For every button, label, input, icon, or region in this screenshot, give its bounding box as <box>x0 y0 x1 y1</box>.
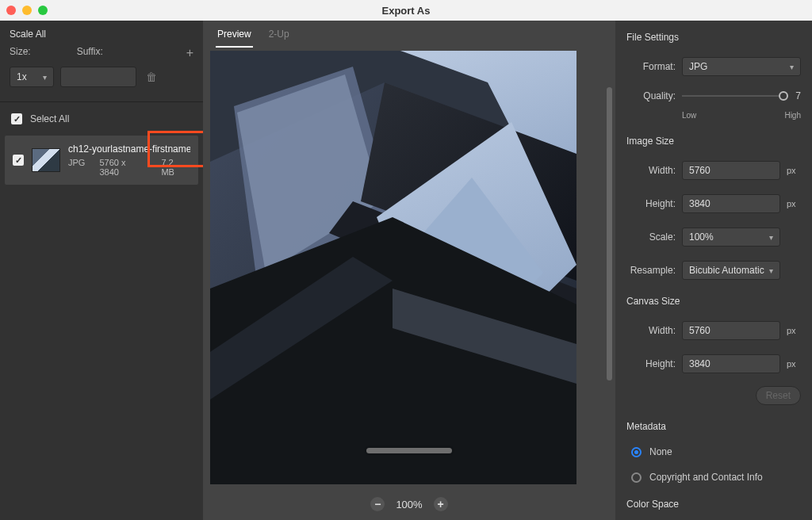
width-label: Width: <box>626 165 676 176</box>
settings-panel: File Settings Format: JPG ▾ Quality: 7 L… <box>615 21 812 520</box>
vertical-scrollbar[interactable] <box>607 87 612 380</box>
horizontal-scrollbar[interactable] <box>366 448 452 453</box>
size-label: Size: <box>10 46 31 60</box>
slider-knob[interactable] <box>779 91 788 101</box>
select-all-checkbox[interactable] <box>11 113 22 124</box>
asset-thumbnail <box>32 148 60 172</box>
canvas-width-input[interactable]: 5760 <box>682 321 780 340</box>
file-settings-header: File Settings <box>626 32 801 43</box>
px-unit: px <box>787 326 801 335</box>
zoom-in-button[interactable]: + <box>434 497 448 511</box>
assets-sidebar: Scale All Size: Suffix: + 1x ▾ 🗑 Select … <box>0 21 203 520</box>
quality-label: Quality: <box>626 90 676 101</box>
zoom-out-button[interactable]: − <box>370 497 385 511</box>
size-value: 1x <box>17 71 27 82</box>
chevron-down-icon: ▾ <box>43 73 47 82</box>
metadata-contact-label: Copyright and Contact Info <box>649 472 763 483</box>
asset-filename: ch12-yourlastname-firstname <box>68 143 190 155</box>
resample-dropdown[interactable]: Bicubic Automatic ▾ <box>682 261 780 280</box>
scale-value: 100% <box>689 231 714 243</box>
quality-low-label: Low <box>682 111 696 120</box>
suffix-label: Suffix: <box>77 46 103 60</box>
metadata-contact-radio[interactable] <box>631 472 642 483</box>
asset-checkbox[interactable] <box>13 155 24 166</box>
asset-format: JPG <box>68 158 85 177</box>
chevron-down-icon: ▾ <box>769 233 773 242</box>
canvas-height-label: Height: <box>626 358 676 369</box>
metadata-header: Metadata <box>626 421 801 432</box>
metadata-none-label: None <box>649 446 672 457</box>
px-unit: px <box>787 359 801 369</box>
preview-canvas[interactable] <box>210 51 576 484</box>
height-label: Height: <box>626 198 676 209</box>
asset-row[interactable]: ch12-yourlastname-firstname JPG 5760 x 3… <box>5 136 198 185</box>
preview-panel: Preview 2-Up <box>203 21 615 520</box>
suffix-input[interactable] <box>60 67 136 87</box>
chevron-down-icon: ▾ <box>790 63 794 71</box>
tab-2up[interactable]: 2-Up <box>267 22 291 48</box>
quality-high-label: High <box>784 111 801 120</box>
reset-button[interactable]: Reset <box>756 386 801 405</box>
scale-all-label: Scale All <box>10 29 46 40</box>
quality-value: 7 <box>790 90 801 101</box>
trash-icon[interactable]: 🗑 <box>146 71 157 83</box>
format-label: Format: <box>626 61 676 72</box>
height-input[interactable]: 3840 <box>682 194 780 213</box>
resample-value: Bicubic Automatic <box>689 265 764 276</box>
canvas-size-header: Canvas Size <box>626 296 801 307</box>
size-dropdown[interactable]: 1x ▾ <box>10 67 54 87</box>
select-all-label: Select All <box>30 113 69 124</box>
metadata-none-radio[interactable] <box>631 447 642 457</box>
canvas-height-input[interactable]: 3840 <box>682 354 780 373</box>
format-dropdown[interactable]: JPG ▾ <box>682 57 801 76</box>
width-input[interactable]: 5760 <box>682 161 780 180</box>
asset-filesize: 7.2 MB <box>161 158 190 177</box>
zoom-value: 100% <box>396 499 422 510</box>
add-size-icon[interactable]: + <box>186 46 193 60</box>
resample-label: Resample: <box>626 265 676 276</box>
scale-label: Scale: <box>626 231 676 243</box>
asset-dimensions: 5760 x 3840 <box>99 158 147 177</box>
quality-slider[interactable] <box>682 95 783 97</box>
color-space-header: Color Space <box>626 499 801 510</box>
chevron-down-icon: ▾ <box>769 266 773 275</box>
window-title: Export As <box>0 5 812 17</box>
format-value: JPG <box>689 61 707 72</box>
scale-dropdown[interactable]: 100% ▾ <box>682 228 780 247</box>
canvas-width-label: Width: <box>626 325 676 336</box>
px-unit: px <box>787 166 801 175</box>
tab-preview[interactable]: Preview <box>216 22 253 48</box>
image-size-header: Image Size <box>626 136 801 147</box>
px-unit: px <box>787 199 801 208</box>
title-bar: Export As <box>0 0 812 21</box>
